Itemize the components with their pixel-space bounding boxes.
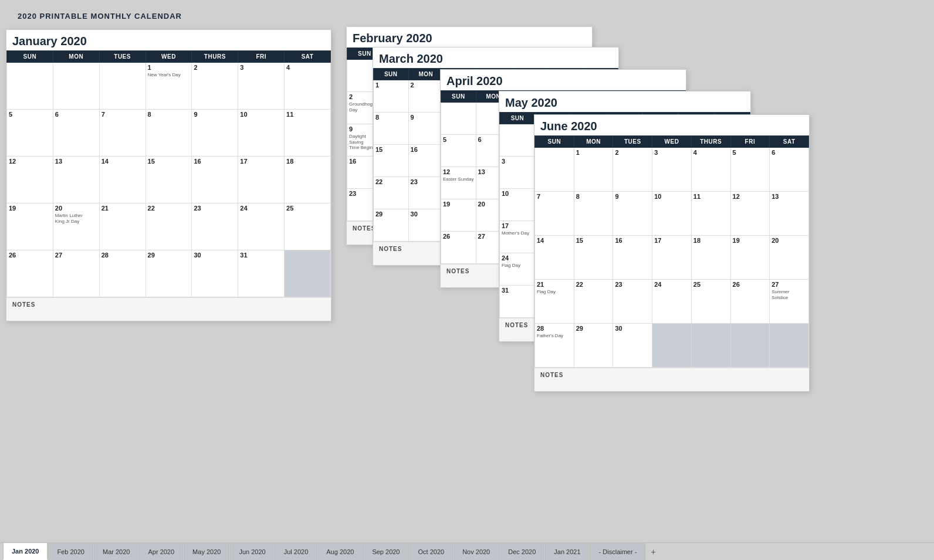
table-cell: 27Summer Solstice (770, 280, 809, 324)
table-cell (7, 63, 53, 110)
table-cell: 23 (408, 177, 444, 209)
col-sat: SAT (285, 51, 331, 63)
table-cell: 22 (574, 280, 613, 324)
table-row: 19 20Martin LutherKing Jr Day 21 22 23 2… (7, 203, 331, 250)
col-sun: SUN (500, 113, 536, 124)
table-cell: 11 (691, 192, 730, 236)
table-cell: 3 (500, 157, 536, 189)
table-cell: 31 (238, 250, 285, 297)
june-table: SUN MON TUES WED THURS FRI SAT 1 2 3 (534, 135, 809, 368)
table-cell (535, 148, 574, 192)
tab-aug-2020[interactable]: Aug 2020 (317, 543, 363, 560)
tab-dec-2020[interactable]: Dec 2020 (499, 543, 544, 560)
table-cell-grayed (770, 324, 809, 368)
table-cell: 3 (652, 148, 692, 192)
table-row: 12 13 14 15 16 17 18 (7, 157, 331, 203)
col-mon: MON (574, 136, 613, 148)
table-cell: 30 (408, 209, 444, 242)
table-cell: 9 (408, 113, 444, 145)
table-cell-grayed (652, 324, 692, 368)
table-cell: 31 (500, 286, 536, 318)
col-sun: SUN (535, 136, 574, 148)
col-fri: FRI (238, 51, 285, 63)
table-cell: 11 (285, 110, 331, 157)
june-title: June 2020 (534, 115, 809, 135)
col-thu: THURS (691, 136, 730, 148)
col-sun: SUN (441, 91, 476, 103)
table-cell: 1 (574, 148, 613, 192)
table-cell: 14 (99, 157, 145, 203)
table-cell: 30 (192, 250, 238, 297)
table-cell: 23 (613, 280, 652, 324)
table-cell: 1 (374, 80, 409, 113)
tab-nov-2020[interactable]: Nov 2020 (454, 543, 499, 560)
table-cell: 5 (7, 110, 53, 157)
table-cell: 2 (408, 80, 444, 113)
table-row: 1New Year's Day 2 3 4 (7, 63, 331, 110)
june-notes: NOTES (534, 368, 809, 391)
table-cell: 8 (574, 192, 613, 236)
tab-mar-2020[interactable]: Mar 2020 (94, 543, 138, 560)
table-row: 26 27 28 29 30 31 (7, 250, 331, 297)
tab-oct-2020[interactable]: Oct 2020 (410, 543, 454, 560)
tab-add-button[interactable]: + (646, 543, 660, 560)
table-cell: 15 (145, 157, 192, 203)
table-cell: 19 (7, 203, 53, 250)
table-cell: 20Martin LutherKing Jr Day (53, 203, 99, 250)
table-cell: 14 (535, 236, 574, 280)
table-cell: 2 (613, 148, 652, 192)
table-cell: 9 (613, 192, 652, 236)
tab-may-2020[interactable]: May 2020 (184, 543, 229, 560)
tab-jul-2020[interactable]: Jul 2020 (275, 543, 317, 560)
table-cell: 10 (500, 189, 536, 221)
table-cell: 5 (730, 148, 770, 192)
tab-jun-2020[interactable]: Jun 2020 (230, 543, 274, 560)
table-row: 14 15 16 17 18 19 20 (535, 236, 809, 280)
january-notes: NOTES (6, 297, 331, 321)
table-cell: 1New Year's Day (145, 63, 192, 110)
table-cell: 4 (285, 63, 331, 110)
table-cell: 2 (192, 63, 238, 110)
table-cell: 15 (574, 236, 613, 280)
table-cell: 29 (374, 209, 409, 242)
table-cell: 26 (7, 250, 53, 297)
table-cell: 21Flag Day (535, 280, 574, 324)
col-wed: WED (652, 136, 692, 148)
col-mon: MON (53, 51, 99, 63)
tab-disclaimer[interactable]: - Disclaimer - (590, 543, 646, 560)
table-cell: 29 (574, 324, 613, 368)
table-cell: 16 (408, 145, 444, 177)
col-wed: WED (145, 51, 192, 63)
table-cell: 12 (7, 157, 53, 203)
table-cell (441, 103, 476, 135)
table-row: 7 8 9 10 11 12 13 (535, 192, 809, 236)
table-cell: 18 (285, 157, 331, 203)
table-cell-grayed (730, 324, 770, 368)
table-cell: 19 (441, 199, 476, 232)
tab-jan-2021[interactable]: Jan 2021 (545, 543, 589, 560)
january-table: SUN MON TUES WED THURS FRI SAT 1New Y (6, 50, 331, 297)
table-cell: 17 (238, 157, 285, 203)
tab-bar: Jan 2020 Feb 2020 Mar 2020 Apr 2020 May … (0, 542, 934, 560)
january-title: January 2020 (6, 30, 331, 50)
table-row: 5 6 7 8 9 10 11 (7, 110, 331, 157)
tab-sep-2020[interactable]: Sep 2020 (363, 543, 408, 560)
table-cell: 8 (145, 110, 192, 157)
february-title: February 2020 (347, 27, 592, 47)
table-cell: 24Flag Day (500, 253, 536, 286)
table-row: 21Flag Day 22 23 24 25 26 27Summer Solst… (535, 280, 809, 324)
col-sun: SUN (374, 69, 409, 80)
tab-jan-2020[interactable]: Jan 2020 (3, 543, 48, 560)
table-cell: 20 (770, 236, 809, 280)
col-tue: TUES (99, 51, 145, 63)
table-cell-grayed (285, 250, 331, 297)
tab-feb-2020[interactable]: Feb 2020 (48, 543, 93, 560)
col-mon: MON (408, 69, 444, 80)
table-row: 28Father's Day 29 30 (535, 324, 809, 368)
table-cell: 10 (652, 192, 692, 236)
table-cell: 13 (770, 192, 809, 236)
march-title: March 2020 (373, 47, 618, 68)
table-cell: 4 (691, 148, 730, 192)
april-title: April 2020 (441, 70, 686, 90)
tab-apr-2020[interactable]: Apr 2020 (139, 543, 183, 560)
